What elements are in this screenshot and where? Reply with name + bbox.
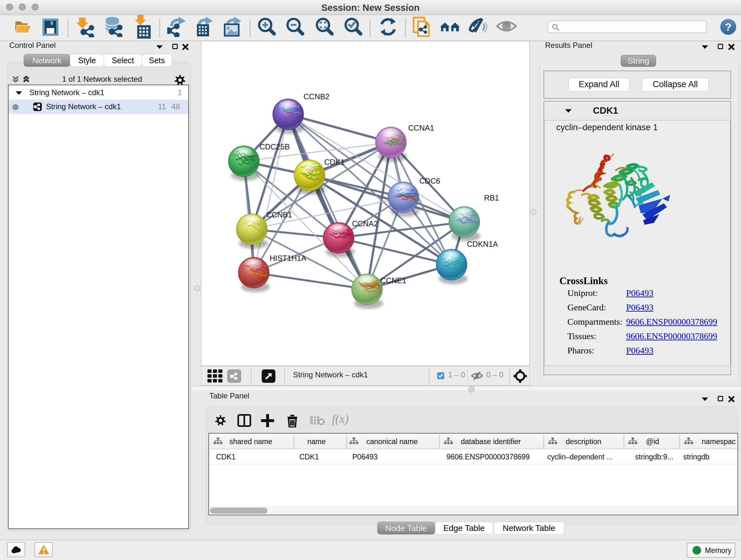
- svg-text:CDK1: CDK1: [324, 158, 345, 166]
- svg-text:HIST1H1A: HIST1H1A: [270, 254, 307, 262]
- svg-text:CCNE1: CCNE1: [381, 276, 406, 285]
- svg-text:CCNB1: CCNB1: [266, 210, 292, 219]
- svg-text:CDC25B: CDC25B: [259, 142, 290, 151]
- svg-text:RB1: RB1: [484, 193, 499, 202]
- svg-text:CDKN1A: CDKN1A: [467, 240, 498, 248]
- svg-text:CCNB2: CCNB2: [304, 92, 329, 101]
- svg-text:CCNA2: CCNA2: [352, 219, 378, 228]
- svg-text:CCNA1: CCNA1: [408, 124, 434, 132]
- svg-text:CDC6: CDC6: [419, 177, 440, 185]
